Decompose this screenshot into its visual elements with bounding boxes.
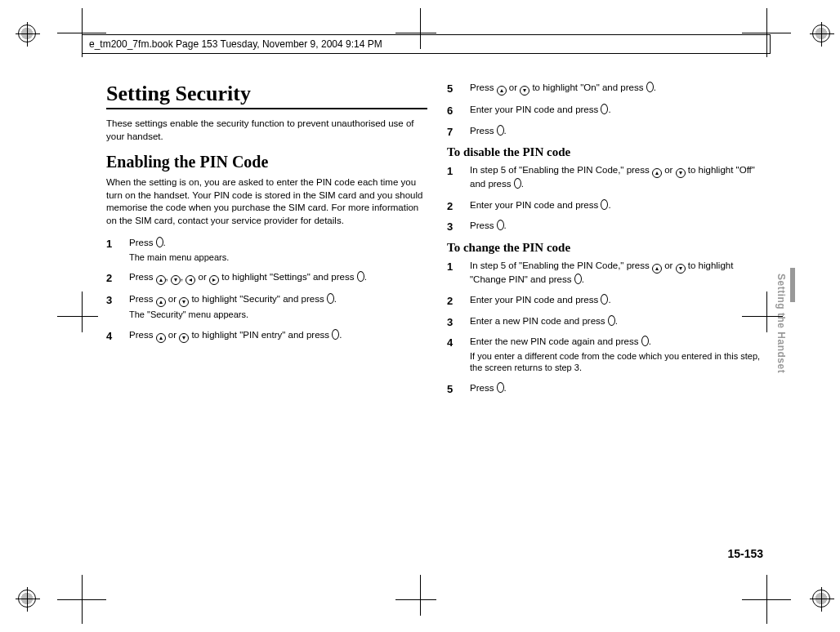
step-text: Press [129, 272, 156, 282]
step-text: . [608, 295, 610, 305]
page-header-bar: e_tm200_7fm.book Page 153 Tuesday, Novem… [82, 34, 771, 54]
crop-mark [57, 575, 106, 624]
step-7: Press . [447, 125, 768, 138]
step-text: Press [470, 220, 497, 230]
step-6: Enter your PIN code and press . [447, 104, 768, 117]
change-step-2: Enter your PIN code and press . [447, 294, 768, 307]
step-text: . [163, 238, 166, 247]
steps-disable-pin: In step 5 of "Enabling the PIN Code," pr… [447, 164, 768, 233]
step-text: . [649, 336, 651, 346]
center-key-icon [646, 82, 654, 92]
steps-enable-pin: Press . The main menu appears. Press ▴, … [106, 237, 427, 343]
side-tab-bar [790, 268, 795, 302]
down-key-icon: ▾ [676, 264, 686, 274]
step-text: . [608, 200, 610, 210]
step-text: Enter the new PIN code again and press [470, 336, 641, 346]
step-subtext: The "Security" menu appears. [129, 309, 427, 321]
step-text: to highlight "Security" and press [189, 294, 327, 304]
step-text: Enter your PIN code and press [470, 295, 601, 305]
step-text: . [521, 179, 524, 189]
step-text: or [166, 330, 180, 340]
change-step-4: Enter the new PIN code again and press .… [447, 336, 768, 374]
step-text: or [507, 82, 521, 92]
step-text: . [504, 383, 507, 393]
crop-mark [742, 575, 791, 624]
center-key-icon [497, 382, 504, 393]
down-key-icon: ▾ [676, 168, 686, 178]
intro-text: These settings enable the security funct… [106, 118, 427, 143]
center-key-icon [574, 274, 582, 284]
steps-change-pin: In step 5 of "Enabling the PIN Code," pr… [447, 260, 768, 395]
step-5: Press ▴ or ▾ to highlight "On" and press… [447, 82, 768, 96]
center-key-icon [641, 336, 649, 346]
disable-step-2: Enter your PIN code and press . [447, 199, 768, 212]
step-text: Press [470, 82, 497, 92]
step-text: to highlight "Settings" and press [219, 272, 357, 282]
change-step-1: In step 5 of "Enabling the PIN Code," pr… [447, 260, 768, 287]
step-text: Press [129, 238, 156, 247]
column-left: Setting Security These settings enable t… [106, 82, 427, 403]
up-key-icon: ▴ [652, 168, 662, 178]
step-text: Enter your PIN code and press [470, 105, 601, 114]
center-key-icon [357, 271, 364, 282]
change-step-5: Press . [447, 382, 768, 395]
step-text: In step 5 of "Enabling the PIN Code," pr… [470, 165, 652, 175]
step-text: . [334, 294, 337, 304]
disable-step-3: Press . [447, 220, 768, 233]
step-4: Press ▴ or ▾ to highlight "PIN entry" an… [106, 329, 427, 343]
down-key-icon: ▾ [171, 275, 181, 285]
right-key-icon: ▸ [209, 275, 219, 285]
down-key-icon: ▾ [179, 333, 189, 343]
center-key-icon [156, 237, 163, 247]
center-key-icon [327, 293, 334, 304]
registration-mark-icon [812, 590, 830, 608]
step-text: Press [470, 383, 497, 393]
up-key-icon: ▴ [156, 333, 166, 343]
step-text: Enter a new PIN code and press [470, 316, 608, 326]
step-text: . [615, 316, 618, 326]
step-text: . [582, 274, 584, 284]
step-text: Press [470, 126, 497, 136]
left-key-icon: ◂ [185, 275, 195, 285]
step-text: to highlight "On" and press [529, 82, 646, 92]
heading-enabling-pin: Enabling the PIN Code [106, 153, 427, 171]
up-key-icon: ▴ [652, 264, 662, 274]
heading-change-pin: To change the PIN code [447, 241, 768, 255]
step-text: Press [129, 294, 156, 304]
heading-setting-security: Setting Security [106, 82, 427, 109]
step-text: or [166, 294, 180, 304]
page-number: 15-153 [727, 547, 763, 560]
center-key-icon [497, 125, 504, 136]
crop-mark [395, 575, 445, 624]
step-2: Press ▴, ▾, ◂ or ▸ to highlight "Setting… [106, 271, 427, 285]
step-text: . [364, 272, 367, 282]
steps-enable-pin-cont: Press ▴ or ▾ to highlight "On" and press… [447, 82, 768, 137]
registration-mark-icon [18, 24, 36, 42]
enabling-pin-intro: When the setting is on, you are asked to… [106, 176, 427, 227]
step-1: Press . The main menu appears. [106, 237, 427, 263]
step-text: . [654, 82, 656, 92]
step-text: Press [129, 330, 156, 340]
step-text: . [608, 105, 610, 114]
center-key-icon [497, 220, 504, 230]
page-content: Setting Security These settings enable t… [106, 82, 768, 575]
step-subtext: If you enter a different code from the c… [470, 350, 768, 375]
column-right: Press ▴ or ▾ to highlight "On" and press… [447, 82, 768, 403]
step-text: . [339, 330, 342, 340]
page-header-text: e_tm200_7fm.book Page 153 Tuesday, Novem… [89, 38, 382, 50]
step-text: . [504, 220, 507, 230]
step-text: or [662, 165, 676, 175]
step-text: Enter your PIN code and press [470, 200, 601, 210]
step-text: , [166, 272, 171, 282]
step-text: to highlight "PIN entry" and press [189, 330, 332, 340]
center-key-icon [608, 315, 615, 326]
change-step-3: Enter a new PIN code and press . [447, 315, 768, 328]
down-key-icon: ▾ [520, 86, 529, 96]
registration-mark-icon [812, 24, 830, 42]
disable-step-1: In step 5 of "Enabling the PIN Code," pr… [447, 164, 768, 191]
step-text: In step 5 of "Enabling the PIN Code," pr… [470, 260, 652, 270]
step-text: or [662, 260, 676, 270]
center-key-icon [514, 178, 521, 189]
side-tab-label: Setting the Handset [775, 274, 787, 373]
up-key-icon: ▴ [497, 86, 507, 96]
